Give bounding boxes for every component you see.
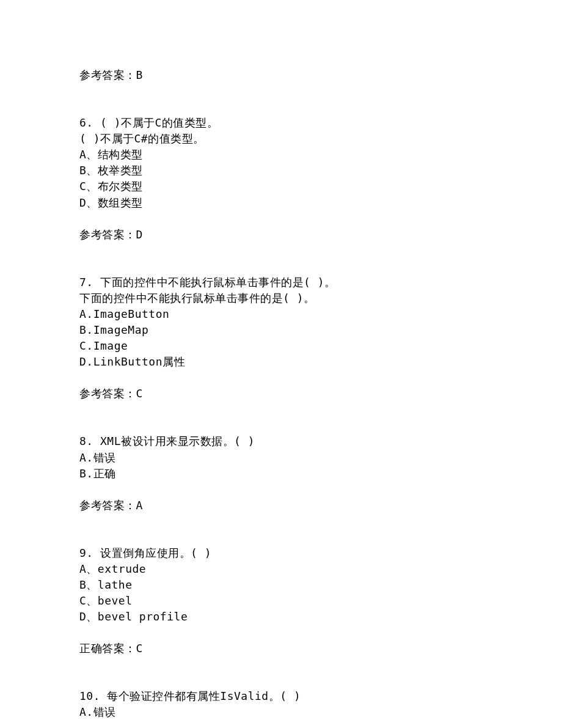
q7-option-b: B.ImageMap xyxy=(79,322,483,338)
q9-option-b: B、lathe xyxy=(79,577,483,593)
q6-answer: 参考答案：D xyxy=(79,227,483,243)
question-6: 6. ( )不属于C的值类型。 ( )不属于C#的值类型。 A、结构类型 B、枚… xyxy=(79,115,483,211)
question-7: 7. 下面的控件中不能执行鼠标单击事件的是( )。 下面的控件中不能执行鼠标单击… xyxy=(79,274,483,370)
q7-option-d: D.LinkButton属性 xyxy=(79,354,483,370)
question-9: 9. 设置倒角应使用。( ) A、extrude B、lathe C、bevel… xyxy=(79,545,483,625)
q7-repeat: 下面的控件中不能执行鼠标单击事件的是( )。 xyxy=(79,290,483,306)
q9-option-c: C、bevel xyxy=(79,593,483,609)
q8-option-a: A.错误 xyxy=(79,450,483,466)
q6-option-b: B、枚举类型 xyxy=(79,163,483,178)
q8-title: 8. XML被设计用来显示数据。( ) xyxy=(79,433,483,449)
q9-option-a: A、extrude xyxy=(79,561,483,577)
q7-answer: 参考答案：C xyxy=(79,386,483,402)
previous-answer: 参考答案：B xyxy=(79,67,483,83)
q6-title: 6. ( )不属于C的值类型。 xyxy=(79,115,483,131)
q9-option-d: D、bevel profile xyxy=(79,609,483,625)
q10-title: 10. 每个验证控件都有属性IsValid。( ) xyxy=(79,688,483,704)
q9-title: 9. 设置倒角应使用。( ) xyxy=(79,545,483,561)
q8-answer: 参考答案：A xyxy=(79,498,483,513)
question-10: 10. 每个验证控件都有属性IsValid。( ) A.错误 xyxy=(79,688,483,720)
q7-option-a: A.ImageButton xyxy=(79,306,483,322)
q7-title: 7. 下面的控件中不能执行鼠标单击事件的是( )。 xyxy=(79,274,483,290)
q6-option-a: A、结构类型 xyxy=(79,147,483,163)
q7-option-c: C.Image xyxy=(79,338,483,354)
q6-repeat: ( )不属于C#的值类型。 xyxy=(79,131,483,147)
q10-option-a: A.错误 xyxy=(79,704,483,720)
question-8: 8. XML被设计用来显示数据。( ) A.错误 B.正确 xyxy=(79,433,483,481)
q6-option-d: D、数组类型 xyxy=(79,195,483,211)
q9-answer: 正确答案：C xyxy=(79,641,483,656)
q6-option-c: C、布尔类型 xyxy=(79,178,483,194)
q8-option-b: B.正确 xyxy=(79,466,483,482)
